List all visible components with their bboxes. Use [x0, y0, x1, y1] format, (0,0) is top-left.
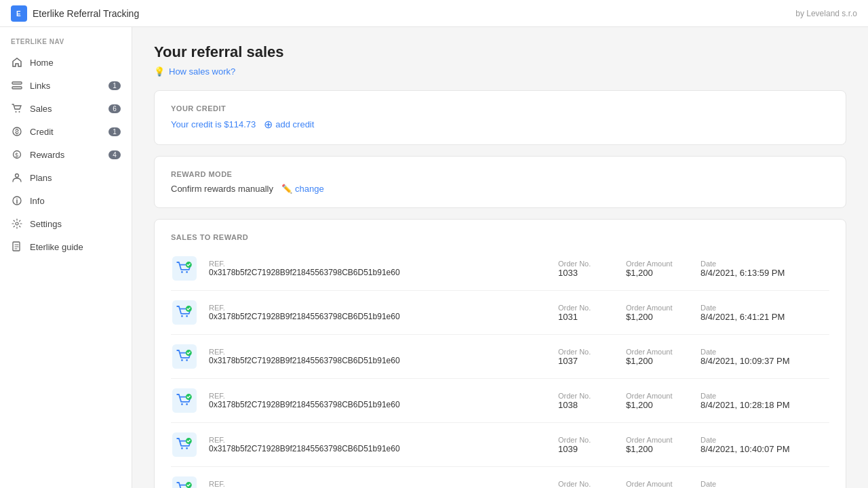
svg-point-4: [16, 111, 17, 113]
sidebar-item-guide[interactable]: Eterlike guide: [0, 235, 132, 258]
amount-col: Order Amount $1,200: [626, 392, 701, 410]
sidebar-label-info: Info: [30, 196, 121, 206]
amount-col: Order Amount $1,200: [626, 304, 701, 322]
ref-col: Ref. 0x3178b5f2C71928B9f21845563798CB6D5…: [209, 348, 558, 365]
table-row: Ref. 0x3178b5f2C71928B9f21845563798CB6D5…: [171, 335, 829, 379]
amount-col: Order Amount $1,200: [626, 436, 701, 454]
sidebar-item-settings[interactable]: Settings: [0, 212, 132, 235]
sidebar: ETERLIKE NAV Home Links 1 Sales 6: [0, 27, 132, 488]
sidebar-label-rewards: Rewards: [30, 150, 108, 160]
cart-icon-wrap: [171, 343, 198, 370]
date-label: Date: [701, 260, 829, 268]
lightbulb-icon: 💡: [154, 66, 165, 77]
amount-label: Order Amount: [626, 260, 701, 268]
sidebar-label-links: Links: [30, 81, 108, 91]
date-value: 8/4/2021, 6:13:59 PM: [701, 268, 829, 278]
by-label: by Leveland s.r.o: [795, 9, 857, 18]
sidebar-item-plans[interactable]: Plans: [0, 166, 132, 189]
svg-rect-14: [172, 256, 197, 281]
reward-mode-card: REWARD MODE Confirm rewards manually ✏️ …: [154, 156, 846, 208]
date-value: 8/4/2021, 10:28:18 PM: [701, 400, 829, 410]
add-credit-button[interactable]: ⊕ add credit: [264, 118, 314, 131]
order-no-label: Order No.: [558, 304, 626, 312]
sidebar-item-sales[interactable]: Sales 6: [0, 97, 132, 120]
svg-rect-3: [12, 87, 22, 89]
amount-label: Order Amount: [626, 480, 701, 488]
plans-icon: [11, 171, 23, 184]
order-no-value: 1039: [558, 444, 626, 454]
links-icon: [11, 79, 23, 92]
order-no-label: Order No.: [558, 392, 626, 400]
ref-col: Ref. 0x3178b5f2C71928B9f21845563798CB6D5…: [209, 480, 558, 488]
main-content: Your referral sales 💡 How sales work? YO…: [132, 27, 868, 488]
sales-card: SALES TO REWARD Ref. 0x3178b5f2C71928B9f…: [154, 219, 846, 488]
ref-label: Ref.: [209, 436, 558, 444]
svg-rect-2: [12, 82, 22, 84]
amount-label: Order Amount: [626, 304, 701, 312]
ref-col: Ref. 0x3178b5f2C71928B9f21845563798CB6D5…: [209, 392, 558, 409]
reward-section-label: REWARD MODE: [171, 170, 829, 178]
ref-label: Ref.: [209, 304, 558, 312]
table-row: Ref. 0x3178b5f2C71928B9f21845563798CB6D5…: [171, 423, 829, 467]
amount-col: Order Amount $1,200: [626, 480, 701, 489]
order-no-label: Order No.: [558, 480, 626, 488]
date-value: 8/4/2021, 6:41:21 PM: [701, 312, 829, 322]
how-sales-link[interactable]: 💡 How sales work?: [154, 66, 846, 77]
svg-point-9: [16, 174, 19, 178]
date-label: Date: [701, 436, 829, 444]
change-label: change: [295, 184, 324, 194]
svg-rect-26: [172, 388, 197, 413]
ref-label: Ref.: [209, 392, 558, 400]
pencil-icon: ✏️: [281, 184, 292, 194]
rewards-icon: $: [11, 148, 23, 161]
svg-rect-34: [172, 476, 197, 488]
home-icon: [11, 56, 23, 68]
credit-card: YOUR CREDIT Your credit is $114.73 ⊕ add…: [154, 90, 846, 145]
sales-section-label: SALES TO REWARD: [171, 233, 829, 241]
change-button[interactable]: ✏️ change: [281, 184, 324, 194]
ref-label: Ref.: [209, 480, 558, 488]
cart-icon-wrap: [171, 255, 198, 282]
sidebar-label-settings: Settings: [30, 219, 121, 229]
table-row: Ref. 0x3178b5f2C71928B9f21845563798CB6D5…: [171, 379, 829, 423]
cart-icon-wrap: [171, 299, 198, 326]
guide-icon: [11, 241, 23, 253]
cart-icon-wrap: [171, 387, 198, 414]
table-row: Ref. 0x3178b5f2C71928B9f21845563798CB6D5…: [171, 467, 829, 488]
order-no-value: 1038: [558, 400, 626, 410]
credit-icon: [11, 125, 23, 138]
ref-label: Ref.: [209, 348, 558, 356]
order-no-col: Order No. 1038: [558, 392, 626, 410]
amount-value: $1,200: [626, 356, 701, 366]
svg-point-5: [19, 111, 20, 113]
sidebar-item-rewards[interactable]: $ Rewards 4: [0, 143, 132, 166]
order-no-col: Order No. 1039: [558, 436, 626, 454]
sidebar-item-info[interactable]: Info: [0, 189, 132, 212]
credit-row: Your credit is $114.73 ⊕ add credit: [171, 118, 829, 131]
svg-point-12: [16, 222, 18, 225]
sidebar-item-home[interactable]: Home: [0, 51, 132, 74]
sidebar-label-guide: Eterlike guide: [30, 242, 121, 252]
amount-value: $1,200: [626, 400, 701, 410]
order-no-col: Order No. 1033: [558, 260, 626, 278]
amount-label: Order Amount: [626, 436, 701, 444]
date-col: Date 8/4/2021, 10:09:37 PM: [701, 348, 829, 366]
cart-icon-wrap: [171, 475, 198, 488]
ref-col: Ref. 0x3178b5f2C71928B9f21845563798CB6D5…: [209, 304, 558, 321]
sidebar-item-links[interactable]: Links 1: [0, 74, 132, 97]
sidebar-item-credit[interactable]: Credit 1: [0, 120, 132, 143]
sidebar-badge-credit: 1: [108, 127, 121, 136]
header-left: E Eterlike Referral Tracking: [11, 5, 139, 22]
sidebar-label-credit: Credit: [30, 127, 108, 137]
sales-rows-container: Ref. 0x3178b5f2C71928B9f21845563798CB6D5…: [171, 247, 829, 488]
ref-value: 0x3178b5f2C71928B9f21845563798CB6D51b91e…: [209, 400, 558, 409]
svg-point-19: [181, 315, 183, 317]
date-value: 8/4/2021, 10:40:07 PM: [701, 444, 829, 454]
sidebar-label-sales: Sales: [30, 104, 108, 114]
date-col: Date 8/5/2021, 10:03:07 AM: [701, 480, 829, 489]
svg-point-24: [186, 359, 188, 361]
table-row: Ref. 0x3178b5f2C71928B9f21845563798CB6D5…: [171, 291, 829, 335]
amount-col: Order Amount $1,200: [626, 260, 701, 278]
svg-point-23: [181, 359, 183, 361]
svg-point-20: [186, 315, 188, 317]
